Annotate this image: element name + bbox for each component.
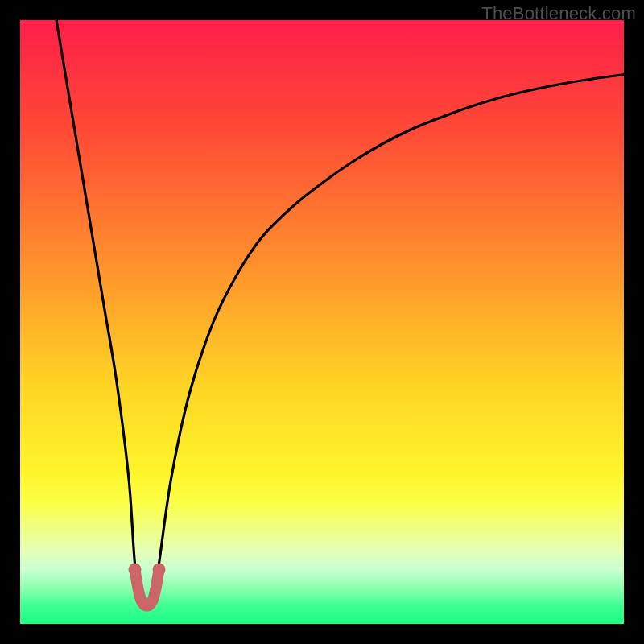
plot-area bbox=[20, 20, 624, 624]
svg-point-1 bbox=[129, 564, 142, 576]
optimal-range-marker bbox=[135, 570, 159, 606]
watermark-text: TheBottleneck.com bbox=[481, 3, 636, 24]
chart-frame: TheBottleneck.com bbox=[0, 0, 644, 644]
svg-point-2 bbox=[153, 564, 166, 576]
bottleneck-curve bbox=[20, 20, 624, 624]
optimal-range-dots bbox=[129, 564, 166, 576]
